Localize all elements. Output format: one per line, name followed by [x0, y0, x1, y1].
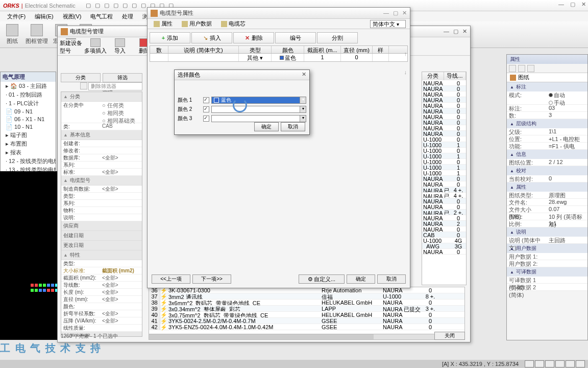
cm-cable-table[interactable]: 36⚡3K-030671-0300Rrje AutomationNAURA037… — [149, 287, 465, 338]
cm-prop-row[interactable]: 类型: — [61, 260, 142, 267]
cm-new-button[interactable]: 新建设备型号 — [60, 38, 82, 55]
cd-checkbox[interactable] — [203, 106, 209, 112]
cm-property-panel[interactable]: ▲分类在分类中○ 任何类○ 相同类○ 相同基础类类:CAB▲基本信息创建者:修改… — [61, 91, 142, 337]
rp-icon[interactable] — [509, 65, 516, 72]
cp-grid-row[interactable]: 其他 ▾ 蓝色 1 0 — [150, 54, 408, 62]
cm-prop-row[interactable]: 直径 (mm):<全部> — [61, 296, 142, 303]
cls-row[interactable]: NAURA0 — [422, 120, 466, 125]
cp-close-icon[interactable]: ✕ — [402, 10, 407, 16]
cm-prop-row[interactable]: 长度 (m):<全部> — [61, 289, 142, 296]
rp-prop-row[interactable]: 说明 (简体中文):主回路 — [507, 237, 587, 244]
rp-prop-row[interactable]: 用户数据 1: — [507, 253, 587, 260]
cm-table-row[interactable]: 40⚡3x0.75mm^2_数码芯_带黄绿色地线_CEHELUKABEL Gmb… — [149, 312, 464, 318]
cm-prop-row[interactable]: 类型: — [61, 193, 142, 200]
cm-table-row[interactable]: 39⚡3x0.34mm^2_整体屏蔽_彩芯LAPPNAURA 已提交3 +. — [149, 306, 464, 312]
cm-section-header[interactable]: ▲电缆型号 — [61, 176, 142, 186]
rp-section-header[interactable]: ▲可译数据 — [507, 267, 587, 277]
cls-row[interactable]: NAURA0 — [422, 97, 466, 103]
cp-split-button[interactable]: 分割 — [317, 32, 358, 43]
cp-min-icon[interactable]: — — [383, 10, 389, 16]
cd-color-combo[interactable]: 蓝色▾ — [211, 97, 306, 104]
cd-title-bar[interactable]: 选择颜色 — [175, 70, 309, 80]
cd-checkbox[interactable] — [203, 116, 209, 122]
sb-icon[interactable] — [555, 360, 565, 367]
cm-section-header[interactable]: 供应商 — [61, 221, 142, 231]
cp-tab-props[interactable]: 属性 — [150, 19, 177, 29]
cm-table-row[interactable]: 41⚡3YK5-0024-2.5M-0.2/M-0.4M-0.7MGSEENAU… — [149, 318, 464, 324]
cm-prop-row[interactable]: 折弯半径系数:<全部> — [61, 310, 142, 317]
cp-insert-button[interactable]: ↘插入 — [191, 32, 232, 43]
cls-row[interactable]: NAURA2 — [422, 221, 466, 226]
rp-prop-row[interactable]: 模式:自动手动 — [507, 91, 587, 105]
cm-close-icon[interactable]: ✕ — [462, 28, 467, 35]
rp-prop-row[interactable]: 标注:03 — [507, 105, 587, 112]
cm-filter-input[interactable]: 删除筛选器 — [88, 82, 142, 90]
rp-section-header[interactable]: ▲属性 — [507, 182, 587, 192]
ribbon-frame[interactable]: 图框管理 — [24, 21, 49, 48]
tree-item[interactable]: ▸ 布置图 — [1, 140, 56, 148]
cd-cancel-button[interactable]: 取消 — [281, 122, 305, 131]
qt-icon[interactable]: ▢ — [95, 2, 102, 9]
sb-icon[interactable] — [535, 360, 544, 367]
qt-icon[interactable]: ▢ — [104, 2, 111, 9]
cm-prop-row[interactable]: 创建者: — [61, 140, 142, 147]
rp-section-header[interactable]: ▲用户数据 — [507, 244, 587, 253]
cm-tab-filter[interactable]: 筛选 — [103, 73, 142, 82]
cm-section-header[interactable]: 更改日期 — [61, 241, 142, 250]
cls-row[interactable]: NAURA0 — [422, 80, 466, 86]
cm-prop-row[interactable]: 制造商数据:<全部> — [61, 186, 142, 193]
rp-prop-row[interactable]: 图纸位置:2 / 12 — [507, 159, 587, 166]
cm-prop-row[interactable]: 修改者: — [61, 147, 142, 154]
menu-process[interactable]: 处理 — [118, 12, 137, 21]
rp-prop-row[interactable]: 可译数据 2 (简体) — [507, 284, 587, 291]
cls-row[interactable]: U-10000 — [422, 136, 466, 142]
sb-icon[interactable] — [545, 360, 554, 367]
rp-prop-row[interactable]: 用户数据 2: — [507, 260, 587, 267]
tree-item[interactable]: 📄 10 - N1 — [1, 123, 56, 131]
cls-row[interactable]: NAURA0 — [422, 114, 466, 120]
arrow-down-icon[interactable]: ↓ — [404, 69, 407, 75]
cm-prop-row[interactable]: 系列: — [61, 162, 142, 169]
cls-row[interactable]: _AWG3G — [422, 243, 466, 249]
rp-prop-row[interactable]: 数:3 — [507, 112, 587, 119]
cd-close-icon[interactable]: ✕ — [300, 71, 307, 78]
tree-item[interactable]: ▸ 🏠 03 - 主回路 — [1, 82, 56, 90]
sb-icon[interactable] — [525, 360, 534, 367]
tree-item[interactable]: ▸ 端子图 — [1, 131, 56, 140]
rp-section-header[interactable]: ▲说明 — [507, 227, 587, 237]
cd-color-combo[interactable]: ▾ — [211, 106, 306, 113]
cm-prop-row[interactable]: 数据库:<全部> — [61, 154, 142, 162]
cls-row[interactable]: U-10000 — [422, 159, 466, 165]
cm-prop-row[interactable]: 导线数:<全部> — [61, 282, 142, 289]
cp-prev-button[interactable]: <<上一项 — [152, 274, 190, 284]
arrow-up-icon[interactable]: ↑ — [404, 51, 407, 57]
cls-row[interactable]: NAURA0 — [422, 226, 466, 232]
cp-delete-button[interactable]: ✕删除 — [233, 32, 274, 43]
rp-prop-row[interactable]: 比例:1:1 — [507, 220, 587, 227]
cm-minimize-icon[interactable]: — — [444, 28, 449, 35]
qt-icon[interactable]: ▢ — [122, 2, 130, 9]
rp-prop-row[interactable]: 当前校对:0 — [507, 175, 587, 182]
cm-hscrollbar[interactable] — [149, 334, 465, 340]
cm-multi-insert-button[interactable]: 多项插入 — [84, 38, 107, 55]
cp-ok-button[interactable]: 确定 — [347, 274, 375, 284]
maximize-icon[interactable]: ▢ — [570, 1, 575, 8]
cp-number-button[interactable]: 编号 — [275, 32, 316, 43]
cls-row[interactable]: NAURA 已提交4 +. — [422, 187, 466, 193]
rp-prop-row[interactable]: 图纸类型:原理图 — [507, 192, 587, 199]
rp-icon[interactable] — [527, 65, 534, 72]
cm-table-row[interactable]: 37⚡3mm2 通讯线倍福U-10008 +. — [149, 293, 464, 300]
rp-prop-row[interactable]: 文件大小 (MB):0.07 — [507, 206, 587, 213]
cls-row[interactable]: NAURA0 — [422, 131, 466, 136]
cm-prop-row[interactable]: 说明: — [61, 214, 142, 221]
cls-row[interactable]: U-10004G — [422, 238, 466, 243]
cm-tab-classify[interactable]: 分类 — [61, 73, 101, 82]
classification-table[interactable]: 分类导线... NAURA0NAURA0NAURA0NAURA0NAURA0NA… — [422, 72, 467, 285]
rp-prop-row[interactable]: 图框:10 列 (英语标准) — [507, 213, 587, 220]
tree-item[interactable]: · 01 - 控制回路 — [1, 90, 56, 99]
cp-tab-userdata[interactable]: 用户数据 — [178, 19, 216, 29]
cls-row[interactable]: CAB0 — [422, 232, 466, 238]
cm-section-header[interactable]: ▲特性 — [61, 250, 142, 260]
cls-row[interactable]: NAURA0 — [422, 86, 466, 91]
rp-icon[interactable] — [518, 65, 525, 72]
